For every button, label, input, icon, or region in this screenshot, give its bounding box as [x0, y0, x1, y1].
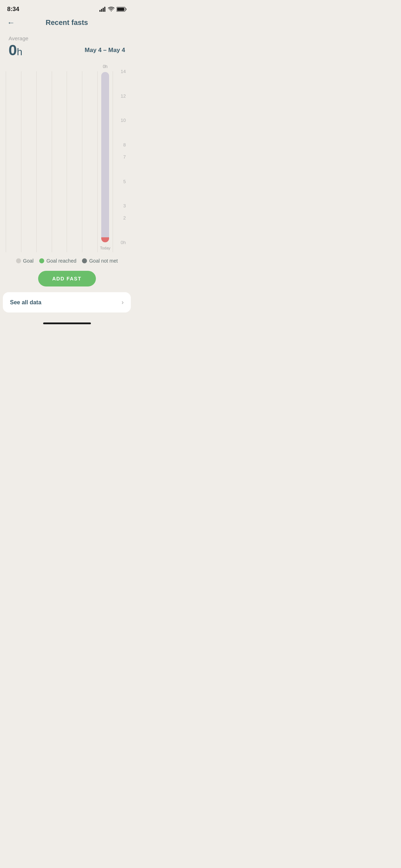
svg-rect-2	[103, 8, 104, 12]
y-label-7: 7	[123, 154, 126, 160]
svg-rect-3	[104, 7, 106, 12]
legend-label-goal: Goal	[23, 258, 34, 264]
y-axis: 14 12 10 8 7 5 3 2 0h	[113, 71, 128, 252]
legend-item-not-met: Goal not met	[82, 258, 118, 264]
legend-dot-goal	[16, 258, 21, 263]
legend-label-not-met: Goal not met	[89, 258, 118, 264]
see-all-arrow: ›	[122, 299, 124, 306]
bar-column-1	[6, 71, 21, 252]
svg-rect-0	[99, 10, 101, 12]
back-button[interactable]: ←	[7, 18, 15, 27]
page-title: Recent fasts	[46, 19, 88, 27]
add-fast-button[interactable]: ADD FAST	[38, 271, 96, 286]
average-value: 0	[9, 42, 17, 58]
chart-container: 0h Today 14 12 10 8 7 5 3 2 0h	[6, 63, 128, 252]
status-time: 8:34	[7, 6, 19, 13]
date-range: May 4 – May 4	[85, 47, 125, 54]
legend-label-reached: Goal reached	[46, 258, 76, 264]
signal-icon	[99, 7, 106, 12]
status-icons	[99, 7, 127, 12]
stats-section: Average 0h May 4 – May 4	[0, 31, 134, 61]
today-bar	[101, 72, 109, 242]
legend-item-goal: Goal	[16, 258, 34, 264]
bar-column-4	[52, 71, 67, 252]
nav-bar: ← Recent fasts	[0, 16, 134, 31]
chart-bars-area: 0h Today	[6, 71, 113, 252]
y-label-5: 5	[123, 179, 126, 184]
svg-rect-1	[101, 9, 102, 12]
average-unit: h	[17, 46, 22, 57]
home-bar	[43, 322, 91, 324]
y-label-8: 8	[123, 142, 126, 147]
home-indicator	[0, 320, 134, 326]
wifi-icon	[108, 7, 114, 12]
y-label-14: 14	[121, 69, 126, 74]
average-row: 0h May 4 – May 4	[9, 43, 125, 58]
y-label-3: 3	[123, 203, 126, 208]
svg-rect-5	[117, 8, 124, 11]
y-label-2: 2	[123, 215, 126, 221]
see-all-text: See all data	[10, 299, 41, 306]
bar-column-today: 0h Today	[97, 71, 113, 252]
legend-dot-not-met	[82, 258, 87, 263]
bar-column-3	[36, 71, 52, 252]
y-label-10: 10	[121, 118, 126, 123]
see-all-container[interactable]: See all data ›	[3, 292, 131, 312]
legend: Goal Goal reached Goal not met	[0, 252, 134, 267]
legend-dot-reached	[39, 258, 44, 263]
y-label-12: 12	[121, 93, 126, 98]
y-label-0: 0h	[121, 240, 126, 245]
average-display: 0h	[9, 43, 22, 58]
bar-column-6	[82, 71, 97, 252]
bar-top-label: 0h	[103, 64, 107, 69]
bar-column-5	[67, 71, 82, 252]
legend-item-reached: Goal reached	[39, 258, 76, 264]
average-label: Average	[9, 35, 125, 41]
status-bar: 8:34	[0, 0, 134, 16]
bar-column-2	[21, 71, 36, 252]
battery-icon	[117, 7, 127, 12]
today-label: Today	[100, 246, 110, 250]
